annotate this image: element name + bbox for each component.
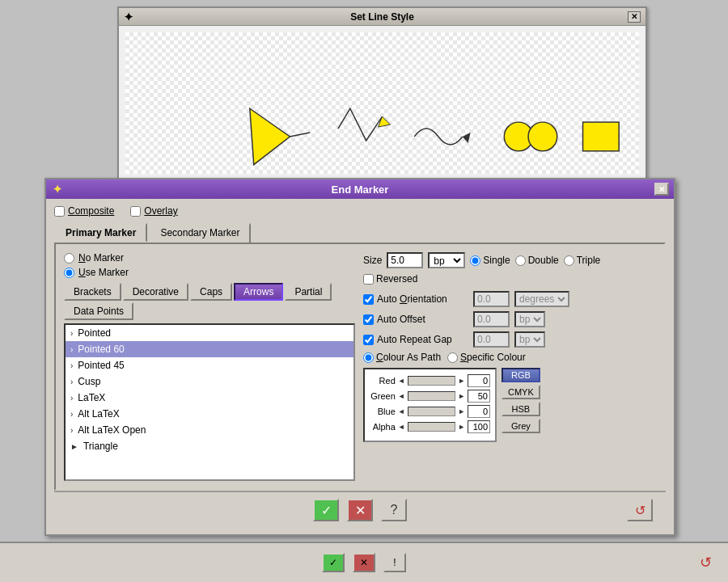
blue-slider[interactable] <box>408 407 456 416</box>
list-item-pointed[interactable]: › Pointed <box>66 325 353 341</box>
list-item-arrow-latex: › <box>70 394 73 403</box>
size-unit-select[interactable]: bp pt mm cm <box>428 252 465 268</box>
blue-value: 0 <box>468 405 490 418</box>
reversed-checkbox-item: Reversed <box>363 273 417 285</box>
hsb-mode-button[interactable]: HSB <box>502 402 540 416</box>
tab-secondary-marker[interactable]: Secondary Marker <box>149 223 251 242</box>
green-slider[interactable] <box>408 391 456 401</box>
reversed-checkbox[interactable] <box>363 274 374 285</box>
set-line-style-window: ✦ Set Line Style ✕ <box>117 6 647 184</box>
overlay-checkbox[interactable] <box>130 206 141 217</box>
svg-rect-6 <box>583 122 620 151</box>
triple-radio[interactable] <box>564 255 574 266</box>
green-arrow-right[interactable]: ► <box>458 392 465 400</box>
ok-button[interactable]: ✓ <box>313 499 339 521</box>
bottom-cancel-icon: ✕ <box>360 557 368 568</box>
red-label: Red <box>370 376 396 386</box>
sub-tab-decorative[interactable]: Decorative <box>123 283 188 301</box>
blue-arrow-right[interactable]: ► <box>458 407 465 415</box>
list-item-label-alt-latex-open: Alt LaTeX Open <box>78 424 146 436</box>
red-slider[interactable] <box>408 376 456 386</box>
bottom-help-button[interactable]: ! <box>383 553 406 572</box>
green-arrow-left[interactable]: ◄ <box>398 392 405 400</box>
list-item-triangle[interactable]: ► Triangle <box>66 438 353 454</box>
bottom-ok-button[interactable]: ✓ <box>322 553 345 572</box>
top-checkboxes-row: Composite Overlay <box>54 205 666 217</box>
red-value: 0 <box>468 374 490 387</box>
bottom-undo-button[interactable]: ↺ <box>700 554 712 571</box>
dialog-body: Composite Overlay Primary Marker Seconda… <box>46 199 674 534</box>
bg-window-close-button[interactable]: ✕ <box>628 11 641 23</box>
arrow-list[interactable]: › Pointed › Pointed 60 › Pointed 45 › Cu… <box>64 323 355 481</box>
alpha-arrow-left[interactable]: ◄ <box>398 423 405 431</box>
sub-tab-data-points[interactable]: Data Points <box>64 302 133 320</box>
left-panel: No Marker Use Marker Brackets Decorative… <box>64 252 355 481</box>
offset-unit-select[interactable]: bp <box>514 311 545 327</box>
alpha-channel: Alpha ◄ ► 100 <box>370 420 490 433</box>
cmyk-mode-button[interactable]: CMYK <box>502 385 540 399</box>
alpha-arrow-right[interactable]: ► <box>458 423 465 431</box>
dialog-title: End Marker <box>332 183 389 196</box>
no-marker-radio[interactable] <box>64 253 74 264</box>
auto-orientation-row: Auto Orientation degrees <box>363 291 656 307</box>
red-arrow-right[interactable]: ► <box>458 377 465 385</box>
sub-tab-caps[interactable]: Caps <box>190 283 232 301</box>
tab-primary-marker[interactable]: Primary Marker <box>54 223 147 242</box>
list-item-alt-latex[interactable]: › Alt LaTeX <box>66 406 353 422</box>
triple-radio-item: Triple <box>564 255 601 266</box>
svg-line-1 <box>290 133 310 137</box>
composite-checkbox[interactable] <box>54 206 65 217</box>
sub-tab-arrows[interactable]: Arrows <box>234 283 283 301</box>
colour-modes-panel: RGB CMYK HSB Grey <box>502 368 540 433</box>
colour-as-path-radio[interactable] <box>363 352 374 363</box>
auto-orientation-checkbox-item: Auto Orientation <box>363 293 468 305</box>
colour-type-row: Colour As Path Specific Colour <box>363 352 656 363</box>
cancel-button[interactable]: ✕ <box>347 499 373 521</box>
green-value: 50 <box>468 390 490 403</box>
list-item-pointed-45[interactable]: › Pointed 45 <box>66 357 353 373</box>
repeat-gap-value-input[interactable] <box>473 331 510 348</box>
size-input[interactable] <box>387 252 423 268</box>
orientation-unit-select[interactable]: degrees <box>514 291 569 307</box>
auto-orientation-checkbox[interactable] <box>363 294 374 305</box>
double-radio-item: Double <box>515 255 559 266</box>
rgb-mode-button[interactable]: RGB <box>502 368 540 382</box>
auto-repeat-gap-checkbox[interactable] <box>363 335 374 345</box>
auto-offset-checkbox[interactable] <box>363 314 374 325</box>
dialog-close-button[interactable]: ✕ <box>654 183 669 196</box>
auto-offset-label: Auto Offset <box>377 314 425 325</box>
sub-tab-brackets[interactable]: Brackets <box>64 283 121 301</box>
blue-label: Blue <box>370 407 396 416</box>
list-item-cusp[interactable]: › Cusp <box>66 373 353 390</box>
specific-colour-radio[interactable] <box>447 352 458 363</box>
list-item-arrow-pointed: › <box>70 329 73 338</box>
composite-label: Composite <box>68 205 114 217</box>
orientation-value-input[interactable] <box>473 291 510 307</box>
list-item-arrow-triangle: ► <box>70 442 78 451</box>
repeat-gap-unit-select[interactable]: bp <box>514 331 545 348</box>
sub-tab-partial[interactable]: Partial <box>285 283 332 301</box>
list-item-label-latex: LaTeX <box>78 392 105 403</box>
help-button[interactable]: ? <box>381 499 407 521</box>
red-arrow-left[interactable]: ◄ <box>398 377 405 385</box>
use-marker-label: Use Marker <box>78 267 129 278</box>
offset-value-input[interactable] <box>473 311 510 327</box>
grey-mode-button[interactable]: Grey <box>502 419 540 433</box>
blue-arrow-left[interactable]: ◄ <box>398 407 405 415</box>
alpha-slider[interactable] <box>408 422 456 432</box>
bottom-cancel-button[interactable]: ✕ <box>353 553 375 572</box>
list-item-alt-latex-open[interactable]: › Alt LaTeX Open <box>66 422 353 438</box>
colour-channels-box: Red ◄ ► 0 Green ◄ ► 50 <box>363 368 497 442</box>
list-item-latex[interactable]: › LaTeX <box>66 390 353 406</box>
auto-orientation-label: Auto Orientation <box>377 293 447 305</box>
single-radio[interactable] <box>470 255 480 266</box>
undo-button[interactable]: ↺ <box>627 499 653 521</box>
list-item-label-pointed-60: Pointed 60 <box>78 344 124 355</box>
double-radio[interactable] <box>515 255 526 266</box>
overlay-checkbox-item: Overlay <box>130 205 177 217</box>
use-marker-radio[interactable] <box>64 268 74 278</box>
svg-point-5 <box>528 122 557 151</box>
svg-marker-2 <box>379 116 391 127</box>
list-item-arrow-pointed-45: › <box>70 361 73 370</box>
list-item-pointed-60[interactable]: › Pointed 60 <box>66 341 353 357</box>
